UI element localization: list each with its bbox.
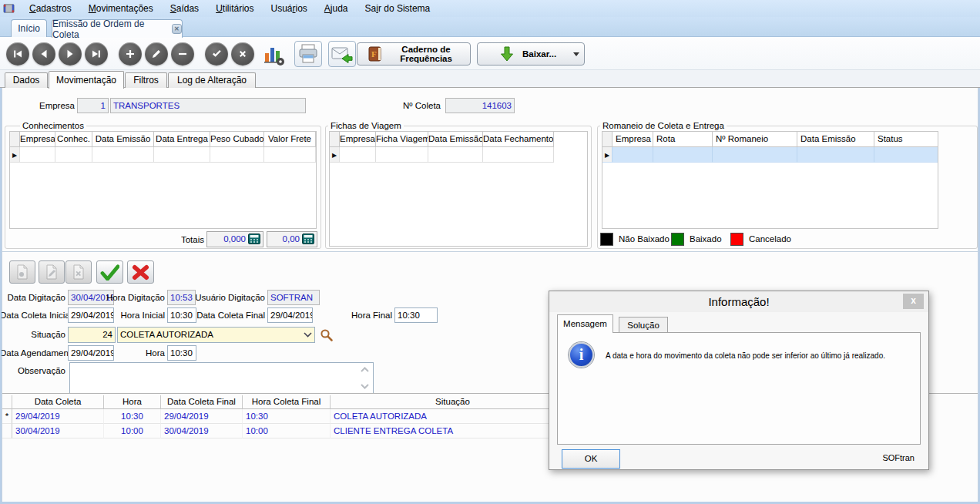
menu-bar: Cadastros Movimentações Saídas Utilitári… bbox=[0, 0, 980, 17]
conhecimentos-header-row: Empresa Conhec. Data Emissão Data Entreg… bbox=[10, 132, 316, 147]
confirm-button[interactable] bbox=[205, 42, 228, 66]
document-delete-icon bbox=[72, 264, 86, 280]
nav-previous-button[interactable] bbox=[32, 42, 55, 66]
col-hora-coleta-final[interactable]: Hora Coleta Final bbox=[243, 395, 331, 409]
romaneio-grid: Empresa Rota Nº Romaneio Data Emissão St… bbox=[602, 131, 938, 229]
hora-final-field[interactable]: 10:30 bbox=[394, 307, 438, 323]
col-data-entrega[interactable]: Data Entrega bbox=[154, 132, 210, 147]
legend-label-baixado: Baixado bbox=[690, 232, 722, 247]
row-indicator: ▶ bbox=[602, 147, 612, 163]
col-peso-cubado[interactable]: Peso Cubado bbox=[210, 132, 264, 147]
hora-inicial-label: Hora Inicial bbox=[92, 307, 165, 323]
data-coleta-inicial-label: Data Coleta Inicial bbox=[0, 307, 65, 323]
movement-delete-button[interactable] bbox=[65, 260, 92, 284]
menu-ajuda[interactable]: Ajuda bbox=[316, 0, 357, 17]
baixar-button[interactable]: Baixar... bbox=[477, 42, 585, 66]
caderno-label-line2: Frequências bbox=[388, 54, 464, 63]
hora-agendamento-field[interactable]: 10:30 bbox=[167, 345, 196, 361]
menu-saidas[interactable]: Saídas bbox=[162, 0, 207, 17]
col-data-coleta[interactable]: Data Coleta bbox=[12, 395, 104, 409]
movement-add-button[interactable] bbox=[9, 260, 35, 284]
info-icon: i bbox=[569, 342, 594, 368]
col-data-emissao[interactable]: Data Emissão bbox=[797, 132, 874, 147]
print-button[interactable] bbox=[294, 41, 322, 67]
subtab-log-alteracao[interactable]: Log de Alteração bbox=[168, 72, 256, 88]
dialog-tab-solucao[interactable]: Solução bbox=[619, 317, 668, 333]
search-magnifier-icon[interactable] bbox=[319, 328, 334, 343]
col-empresa[interactable]: Empresa bbox=[20, 132, 55, 147]
edit-record-button[interactable] bbox=[145, 42, 168, 66]
ncoleta-field: 141603 bbox=[445, 98, 515, 113]
col-status[interactable]: Status bbox=[874, 132, 938, 147]
download-arrow-icon bbox=[499, 45, 515, 62]
data-coleta-final-field[interactable]: 29/04/2019 bbox=[267, 307, 313, 323]
tab-close-icon[interactable]: ✕ bbox=[172, 24, 182, 34]
fichas-grid: Empresa Ficha Viagem Data Emissão Data F… bbox=[329, 131, 588, 247]
tab-mensagem-label: Mensagem bbox=[563, 319, 607, 328]
baixar-label: Baixar... bbox=[522, 49, 556, 59]
nav-next-button[interactable] bbox=[59, 42, 82, 66]
indicator-header-cell bbox=[10, 132, 20, 147]
empresa-name-field: TRANSPORTES bbox=[110, 98, 306, 113]
romaneio-selected-row[interactable]: ▶ bbox=[602, 147, 938, 163]
subtab-filtros[interactable]: Filtros bbox=[125, 72, 167, 88]
col-data-fechamento[interactable]: Data Fechamento bbox=[483, 132, 554, 147]
add-record-button[interactable] bbox=[119, 42, 142, 66]
col-empresa[interactable]: Empresa bbox=[612, 132, 653, 147]
tab-emissao-ordem-coleta[interactable]: Emissão de Ordem de Coleta ✕ bbox=[52, 19, 183, 38]
movement-cancel-button[interactable] bbox=[127, 260, 154, 284]
cancel-button[interactable] bbox=[231, 42, 254, 66]
romaneio-header-row: Empresa Rota Nº Romaneio Data Emissão St… bbox=[602, 132, 938, 147]
subtab-movimentacao[interactable]: Movimentação bbox=[49, 71, 124, 89]
subtab-log-label: Log de Alteração bbox=[177, 75, 247, 86]
fichas-header-row: Empresa Ficha Viagem Data Emissão Data F… bbox=[330, 132, 587, 147]
delete-record-button[interactable] bbox=[171, 42, 194, 66]
situacao-code-field[interactable]: 24 bbox=[68, 327, 116, 343]
col-hora[interactable]: Hora bbox=[104, 395, 161, 409]
subtab-dados-label: Dados bbox=[13, 75, 40, 86]
nav-last-button[interactable] bbox=[85, 42, 108, 66]
calculator-icon[interactable] bbox=[248, 234, 260, 244]
movement-confirm-button[interactable] bbox=[96, 260, 123, 284]
movement-edit-button[interactable] bbox=[39, 260, 65, 284]
col-data-emissao[interactable]: Data Emissão bbox=[428, 132, 483, 147]
red-x-icon bbox=[132, 264, 149, 281]
caderno-frequencias-button[interactable]: F Caderno de Frequências bbox=[357, 42, 471, 66]
menu-cadastros[interactable]: Cadastros bbox=[21, 0, 80, 17]
send-mail-button[interactable] bbox=[328, 41, 356, 67]
col-empresa[interactable]: Empresa bbox=[340, 132, 376, 147]
col-n-romaneio[interactable]: Nº Romaneio bbox=[713, 132, 797, 147]
scroll-down-icon[interactable] bbox=[361, 384, 369, 389]
col-conhec[interactable]: Conhec. bbox=[55, 132, 92, 147]
tab-solucao-label: Solução bbox=[627, 321, 659, 330]
dialog-brand: SOFtran bbox=[882, 453, 915, 462]
col-ficha-viagem[interactable]: Ficha Viagem bbox=[376, 132, 428, 147]
situacao-combo[interactable]: COLETA AUTORIZADA bbox=[117, 327, 315, 343]
document-icon bbox=[15, 264, 29, 280]
data-digitacao-label: Data Digitação bbox=[0, 290, 65, 305]
green-check-icon bbox=[100, 264, 119, 281]
menu-movimentacoes[interactable]: Movimentações bbox=[80, 0, 162, 17]
dialog-tab-mensagem[interactable]: Mensagem bbox=[557, 314, 613, 333]
calculator-icon[interactable] bbox=[302, 234, 314, 244]
combo-chevron-icon[interactable] bbox=[304, 332, 312, 338]
menu-usuarios[interactable]: Usuários bbox=[262, 0, 315, 17]
chart-button[interactable] bbox=[262, 43, 285, 66]
col-rota[interactable]: Rota bbox=[653, 132, 713, 147]
baixar-dropdown-caret[interactable] bbox=[573, 52, 579, 56]
col-situacao[interactable]: Situação bbox=[331, 395, 576, 409]
menu-utilitarios[interactable]: Utilitários bbox=[207, 0, 262, 17]
scroll-up-icon[interactable] bbox=[361, 367, 369, 372]
printer-icon bbox=[297, 43, 320, 65]
col-data-emissao[interactable]: Data Emissão bbox=[92, 132, 154, 147]
nav-first-button[interactable] bbox=[6, 42, 29, 66]
group-romaneio-title: Romaneio de Coleta e Entrega bbox=[600, 121, 727, 131]
observacao-textarea[interactable] bbox=[69, 362, 374, 395]
menu-sair[interactable]: Sair do Sistema bbox=[357, 0, 439, 17]
dialog-close-button[interactable]: x bbox=[903, 294, 924, 309]
dialog-ok-button[interactable]: OK bbox=[562, 449, 620, 469]
col-valor-frete[interactable]: Valor Frete bbox=[264, 132, 316, 147]
tab-inicio[interactable]: Início bbox=[11, 19, 47, 37]
col-data-coleta-final[interactable]: Data Coleta Final bbox=[161, 395, 243, 409]
subtab-dados[interactable]: Dados bbox=[5, 72, 48, 88]
